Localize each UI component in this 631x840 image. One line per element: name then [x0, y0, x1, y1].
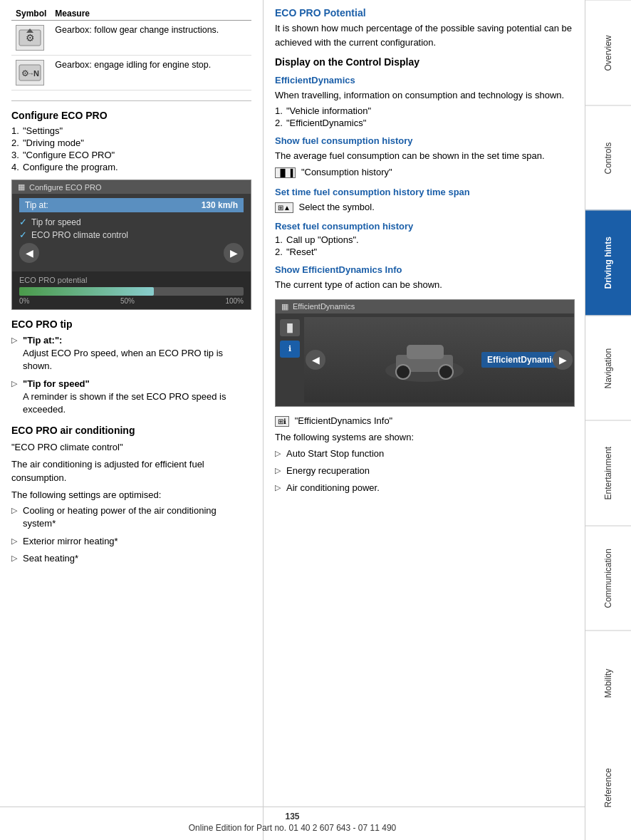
gear-engage-text: Gearbox: engage idling for engine stop.	[51, 56, 251, 90]
potential-desc: It is shown how much percentage of the p…	[275, 21, 575, 49]
ed-system-bullets-list: Auto Start Stop function Energy recupera…	[275, 447, 575, 495]
svg-point-11	[439, 365, 453, 379]
svg-point-10	[396, 365, 410, 379]
sidebar-item-entertainment[interactable]: Entertainment	[585, 420, 631, 526]
checkmark-icon-2: ✓	[19, 229, 27, 240]
screen-header: ▦ Configure ECO PRO	[12, 180, 251, 194]
fuel-history-item: ▐▌▐ "Consumption history"	[275, 165, 575, 180]
ed-info-icon: ⊞ℹ	[275, 416, 289, 427]
list-item: 1. "Settings"	[11, 125, 251, 136]
tip-at-term: "Tip at:":	[23, 335, 62, 346]
gear-follow-text: Gearbox: follow gear change instructions…	[51, 21, 251, 56]
tip-at-label: Tip at:	[25, 200, 202, 210]
sidebar-item-overview[interactable]: Overview	[585, 0, 631, 105]
list-item: 2. "Reset"	[275, 247, 575, 257]
page-container: Symbol Measure ⚙	[0, 0, 631, 840]
ed-icon-bar-chart: ▐▌	[280, 319, 300, 336]
set-time-desc: ⊞▲ Select the symbol.	[275, 200, 575, 214]
checkbox-row-1: ✓ Tip for speed	[19, 217, 244, 227]
screen-body: Tip at: 130 km/h ✓ Tip for speed ✓ ECO P…	[12, 194, 251, 267]
sidebar-item-mobility[interactable]: Mobility	[585, 631, 631, 736]
ed-left-icons: ▐▌ ℹ	[276, 313, 304, 406]
sidebar-item-driving-hints[interactable]: Driving hints	[585, 210, 631, 316]
air-cond-bullet-1: Cooling or heating power of the air cond…	[11, 504, 251, 530]
screen-header-icon: ▦	[18, 182, 25, 192]
svg-text:⚙: ⚙	[26, 32, 35, 43]
table-row: ⚙ N → Gearbox: engage idling for engine …	[11, 56, 251, 90]
symbol-table: Symbol Measure ⚙	[11, 7, 251, 90]
ed-screen-icon: ▦	[281, 302, 288, 311]
eco-tip-list: "Tip at:": Adjust ECO Pro speed, when an…	[11, 334, 251, 416]
page-footer: 135 Online Edition for Part no. 01 40 2 …	[0, 807, 585, 833]
air-cond-quote: "ECO PRO climate control"	[11, 440, 251, 455]
gear-change-icon: ⚙	[18, 27, 42, 48]
table-row: ⚙ Gearbox: follow gear change instructio…	[11, 21, 251, 56]
potential-bar-fill	[19, 287, 154, 296]
tip-at-row: Tip at: 130 km/h	[19, 198, 244, 212]
sidebar-item-controls[interactable]: Controls	[585, 105, 631, 211]
efficient-dynamics-heading: EfficientDynamics	[275, 75, 575, 85]
right-column: ECO PRO Potential It is shown how much p…	[264, 0, 585, 840]
potential-label-0: 0%	[19, 297, 29, 305]
ed-systems-desc: The following systems are shown:	[275, 430, 575, 445]
list-item-tip-speed: "Tip for speed" A reminder is shown if t…	[11, 378, 251, 417]
sidebar-nav: Overview Controls Driving hints Navigati…	[585, 0, 631, 840]
svg-rect-9	[407, 345, 444, 359]
configure-eco-pro-heading: Configure ECO PRO	[11, 110, 251, 121]
show-ed-heading: Show EfficientDynamics Info	[275, 264, 575, 275]
configure-steps-list: 1. "Settings" 2. "Driving mode" 3. "Conf…	[11, 125, 251, 172]
sidebar-item-navigation[interactable]: Navigation	[585, 316, 631, 421]
check-label-2: ECO PRO climate control	[31, 230, 128, 240]
ed-screen-title: EfficientDynamics	[293, 302, 355, 311]
ed-system-bullet-3: Air conditioning power.	[275, 482, 575, 494]
gear-n-svg: ⚙ N →	[18, 62, 42, 83]
configure-screen-box: ▦ Configure ECO PRO Tip at: 130 km/h ✓ T…	[11, 180, 251, 310]
car-silhouette	[382, 335, 467, 385]
list-item: 1. "Vehicle information"	[275, 105, 575, 116]
ed-screen-header: ▦ EfficientDynamics	[276, 300, 574, 313]
sidebar-item-communication[interactable]: Communication	[585, 526, 631, 631]
set-time-heading: Set time fuel consumption history time s…	[275, 187, 575, 197]
check-label-1: Tip for speed	[31, 217, 81, 227]
bar-chart-icon: ▐▌▐	[275, 167, 296, 178]
tip-speed-desc: A reminder is shown if the set ECO PRO s…	[23, 391, 226, 415]
air-cond-bullets-list: Cooling or heating power of the air cond…	[11, 504, 251, 565]
list-item-tip-at: "Tip at:": Adjust ECO Pro speed, when an…	[11, 334, 251, 373]
tip-speed-term: "Tip for speed"	[23, 378, 90, 389]
nav-arrow-left[interactable]: ◀	[19, 243, 39, 263]
page-number: 135	[0, 812, 585, 821]
ed-icon-info: ℹ	[280, 341, 300, 358]
potential-section: ECO PRO potential 0% 50% 100%	[12, 271, 251, 309]
gear-n-icon: ⚙ N →	[16, 60, 44, 85]
potential-heading: ECO PRO Potential	[275, 7, 575, 19]
svg-text:→: →	[27, 69, 35, 78]
fuel-history-heading: Show fuel consumption history	[275, 135, 575, 146]
eco-pro-tip-heading: ECO PRO tip	[11, 318, 251, 330]
list-item: 2. "Driving mode"	[11, 138, 251, 148]
checkmark-icon-1: ✓	[19, 217, 27, 227]
ed-screen-body: ▐▌ ℹ ◀	[276, 313, 574, 406]
potential-scale-labels: 0% 50% 100%	[19, 297, 244, 305]
ed-car-area: EfficientDynamics	[304, 317, 574, 403]
list-item: 4. Configure the program.	[11, 162, 251, 172]
reset-items-list: 1. Call up "Options". 2. "Reset"	[275, 234, 575, 257]
tip-at-desc: Adjust ECO Pro speed, when an ECO PRO ti…	[23, 348, 223, 371]
ed-nav-left[interactable]: ◀	[306, 350, 325, 370]
left-column: Symbol Measure ⚙	[0, 0, 264, 840]
online-edition-text: Online Edition for Part no. 01 40 2 607 …	[0, 823, 585, 833]
display-heading: Display on the Control Display	[275, 56, 575, 68]
ed-info-label: ⊞ℹ "EfficientDynamics Info"	[275, 414, 575, 428]
show-ed-desc: The current type of action can be shown.	[275, 278, 575, 292]
checkbox-row-2: ✓ ECO PRO climate control	[19, 229, 244, 240]
list-item: 3. "Configure ECO PRO"	[11, 150, 251, 160]
ed-nav-right[interactable]: ▶	[553, 350, 573, 370]
col-measure-header: Measure	[51, 7, 251, 21]
air-cond-bullet-3: Seat heating*	[11, 552, 251, 565]
list-item: 2. "EfficientDynamics"	[275, 118, 575, 128]
potential-label: ECO PRO potential	[19, 276, 244, 284]
sidebar-item-reference[interactable]: Reference	[585, 736, 631, 841]
fuel-history-desc: The average fuel consumption can be show…	[275, 149, 575, 163]
air-cond-desc1: The air conditioning is adjusted for eff…	[11, 457, 251, 485]
air-cond-desc2: The following settings are optimised:	[11, 488, 251, 502]
nav-arrow-right[interactable]: ▶	[224, 243, 244, 263]
